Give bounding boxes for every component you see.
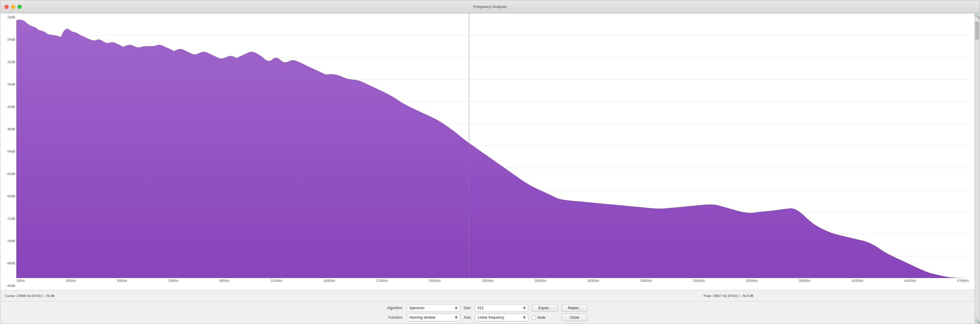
y-label-8: -66dB [0,195,15,198]
x-label-18: 47969Hz [957,279,969,283]
axis-arrows [523,316,526,319]
x-label-5: 11000Hz [270,279,282,283]
x-label-1: 3000Hz [66,279,76,283]
spectrum-chart [16,13,969,278]
y-label-6: -54dB [0,150,15,153]
status-bar: Cursor: 23909 Hz (F#10) = -76 dB Peak: 2… [0,290,974,301]
grids-label: Grids [538,316,545,319]
y-label-3: -36dB [0,83,15,86]
zoom-out-icon[interactable]: 🔍 [975,318,980,324]
replot-button[interactable]: Replot... [562,304,587,312]
x-label-11: 26000Hz [587,279,600,283]
x-label-0: 188Hz [16,279,25,283]
y-label-2: -30dB [0,61,15,64]
x-label-9: 23000Hz [482,279,493,283]
size-label: Size: [464,306,472,310]
y-label-5: -48dB [0,128,15,131]
y-axis: -19dB -24dB -30dB -36dB -42dB -48dB -54d… [0,13,16,290]
y-label-7: -60dB [0,172,15,176]
algorithm-value: Spectrum [409,306,453,310]
function-select[interactable]: Hanning window [407,314,460,321]
y-label-1: -24dB [0,38,15,41]
y-label-10: -78dB [0,239,15,243]
grids-container[interactable]: Grids [532,315,558,319]
export-button[interactable]: Export... [532,304,558,312]
title-bar: Frequency Analysis [0,0,980,13]
y-label-9: -72dB [0,217,15,220]
x-axis: 188Hz 3000Hz 5000Hz 7000Hz 9000Hz 11000H… [16,278,969,290]
size-select[interactable]: 512 [475,304,528,312]
window-controls [5,5,22,9]
x-label-8: 20000Hz [429,279,441,283]
controls-bar: Algorithm: Spectrum Size: 512 [0,301,974,324]
grids-checkbox[interactable] [532,315,536,319]
x-label-2: 5000Hz [117,279,127,283]
close-button[interactable] [5,5,9,9]
x-label-7: 17000Hz [376,279,388,283]
y-label-0: -19dB [0,16,15,19]
x-label-6: 14000Hz [323,279,335,283]
x-label-10: 25000Hz [535,279,546,283]
function-label: Function: [387,315,403,319]
size-arrows [523,306,526,310]
x-label-15: 38000Hz [799,279,810,283]
axis-label: Axis: [464,315,472,319]
x-label-12: 29000Hz [640,279,652,283]
scrollbar-track[interactable] [975,19,980,318]
close-button[interactable]: Close [562,314,587,321]
y-label-12: -90dB [0,284,15,287]
peak-status: Peak: 23817 Hz (F#10) = -76.8 dB [487,294,970,298]
scrollbar-thumb[interactable] [975,22,979,40]
main-panel: -19dB -24dB -30dB -36dB -42dB -48dB -54d… [0,13,974,324]
axis-select[interactable]: Linear frequency [475,314,528,321]
x-label-13: 32000Hz [693,279,705,283]
maximize-button[interactable] [18,5,22,9]
y-label-11: -84dB [0,262,15,265]
x-label-16: 41000Hz [851,279,863,283]
y-label-4: -42dB [0,105,15,109]
content-area: -19dB -24dB -30dB -36dB -42dB -48dB -54d… [0,13,980,324]
controls-grid: Algorithm: Spectrum Size: 512 [387,304,588,321]
x-label-4: 9000Hz [220,279,229,283]
x-label-14: 35000Hz [746,279,758,283]
algorithm-label: Algorithm: [387,306,403,310]
axis-value: Linear frequency [477,315,522,319]
cursor-status: Cursor: 23909 Hz (F#10) = -76 dB [5,294,487,298]
minimize-button[interactable] [11,5,15,9]
algorithm-arrows [455,306,457,310]
size-value: 512 [477,306,522,310]
x-label-3: 7000Hz [168,279,178,283]
scrollbar: 🔍 🔍 [974,13,980,324]
window-title: Frequency Analysis [473,5,507,9]
chart-plot[interactable] [16,13,969,278]
chart-area[interactable]: -19dB -24dB -30dB -36dB -42dB -48dB -54d… [0,13,974,290]
function-arrows [455,316,457,319]
zoom-in-icon[interactable]: 🔍 [975,13,980,19]
function-value: Hanning window [409,315,453,319]
x-label-17: 44000Hz [904,279,916,283]
algorithm-select[interactable]: Spectrum [407,304,460,312]
main-window: Frequency Analysis -19dB -24dB -30dB -36… [0,0,980,324]
